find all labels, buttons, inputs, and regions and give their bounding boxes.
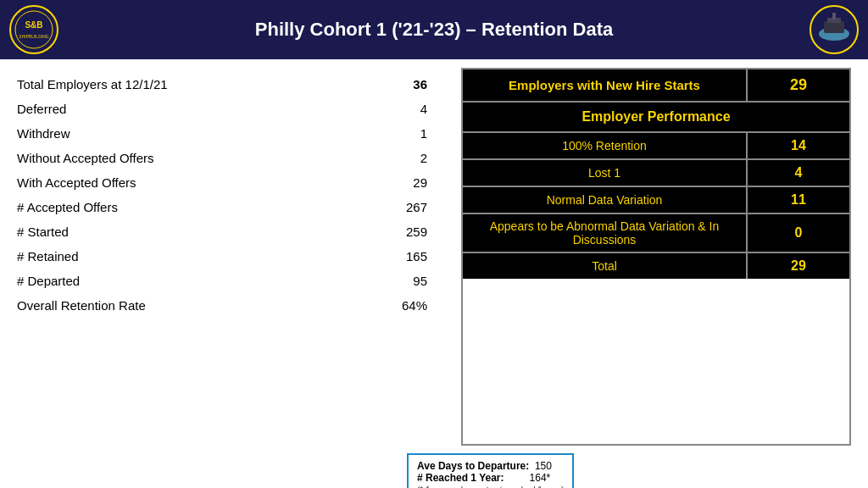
bottom-info-box: Ave Days to Departure: 150 # Reached 1 Y… bbox=[407, 453, 574, 488]
row-value: 259 bbox=[393, 225, 444, 239]
row-value: 29 bbox=[393, 175, 444, 190]
employer-performance-header: Employer Performance bbox=[463, 103, 849, 133]
svg-text:S&B: S&B bbox=[25, 20, 42, 30]
right-row-value: 0 bbox=[748, 214, 849, 252]
reached-label: # Reached 1 Year: bbox=[417, 472, 504, 484]
main-content: Total Employers at 12/1/2136Deferred4Wit… bbox=[0, 59, 868, 454]
reached-value: 164* bbox=[530, 472, 551, 484]
row-value: 4 bbox=[393, 102, 444, 116]
svg-point-1 bbox=[15, 11, 53, 48]
left-data-row: # Retained165 bbox=[17, 244, 444, 269]
left-data-row: # Started259 bbox=[17, 219, 444, 244]
right-row-label: Appears to be Abnormal Data Variation & … bbox=[463, 214, 748, 252]
left-data-row: With Accepted Offers29 bbox=[17, 170, 444, 195]
right-row-value: 11 bbox=[748, 187, 849, 213]
row-value: 64% bbox=[393, 298, 444, 313]
row-label: # Retained bbox=[17, 249, 79, 263]
left-panel: Total Employers at 12/1/2136Deferred4Wit… bbox=[17, 68, 444, 446]
row-label: With Accepted Offers bbox=[17, 175, 136, 190]
row-value: 1 bbox=[393, 126, 444, 141]
right-row-value: 14 bbox=[748, 133, 849, 158]
bottom-area: Ave Days to Departure: 150 # Reached 1 Y… bbox=[0, 450, 868, 488]
right-table-row: Normal Data Variation 11 bbox=[463, 187, 849, 214]
row-label: Deferred bbox=[17, 102, 66, 116]
logo-right bbox=[809, 4, 860, 55]
row-value: 2 bbox=[393, 151, 444, 165]
row-value: 267 bbox=[393, 200, 444, 214]
right-row-label: Lost 1 bbox=[463, 160, 748, 186]
row-label: Overall Retention Rate bbox=[17, 298, 146, 313]
row-label: Without Accepted Offers bbox=[17, 151, 153, 165]
right-row-label: 100% Retention bbox=[463, 133, 748, 158]
left-data-row: Deferred4 bbox=[17, 97, 444, 121]
left-data-row: # Departed95 bbox=[17, 269, 444, 293]
right-table-row: Total 29 bbox=[463, 253, 849, 279]
page-header: S&B SHIPBUILDING Philly Cohort 1 ('21-'2… bbox=[0, 0, 868, 59]
left-data-row: # Accepted Offers267 bbox=[17, 195, 444, 219]
top-header-row: Employers with New Hire Starts 29 bbox=[463, 69, 849, 103]
left-data-row: Withdrew1 bbox=[17, 121, 444, 146]
right-panel: Employers with New Hire Starts 29 Employ… bbox=[461, 68, 851, 446]
row-label: Total Employers at 12/1/21 bbox=[17, 77, 168, 92]
svg-rect-8 bbox=[832, 13, 836, 19]
row-value: 36 bbox=[393, 77, 444, 92]
right-table: Employers with New Hire Starts 29 Employ… bbox=[461, 68, 851, 446]
row-label: # Departed bbox=[17, 274, 80, 288]
logo-left: S&B SHIPBUILDING bbox=[8, 4, 59, 55]
right-row-value: 4 bbox=[748, 160, 849, 186]
row-label: # Started bbox=[17, 225, 69, 239]
right-table-row: Lost 1 4 bbox=[463, 160, 849, 187]
employers-new-hire-value: 29 bbox=[748, 69, 849, 101]
page-title: Philly Cohort 1 ('21-'23) – Retention Da… bbox=[255, 19, 613, 41]
row-value: 95 bbox=[393, 274, 444, 288]
left-data-row: Total Employers at 12/1/2136 bbox=[17, 72, 444, 97]
avg-days-label: Ave Days to Departure: bbox=[417, 460, 529, 472]
svg-text:SHIPBUILDING: SHIPBUILDING bbox=[19, 34, 48, 39]
svg-rect-6 bbox=[824, 21, 844, 33]
employers-new-hire-label: Employers with New Hire Starts bbox=[463, 69, 748, 101]
right-row-value: 29 bbox=[748, 253, 849, 279]
right-table-row: 100% Retention 14 bbox=[463, 133, 849, 160]
right-table-row: Appears to be Abnormal Data Variation & … bbox=[463, 214, 849, 253]
row-label: Withdrew bbox=[17, 126, 70, 141]
right-row-label: Normal Data Variation bbox=[463, 187, 748, 213]
row-value: 165 bbox=[393, 249, 444, 263]
row-label: # Accepted Offers bbox=[17, 200, 118, 214]
left-data-row: Overall Retention Rate64% bbox=[17, 293, 444, 318]
right-row-label: Total bbox=[463, 253, 748, 279]
avg-days-value: 150 bbox=[535, 460, 552, 472]
left-data-row: Without Accepted Offers2 bbox=[17, 146, 444, 170]
